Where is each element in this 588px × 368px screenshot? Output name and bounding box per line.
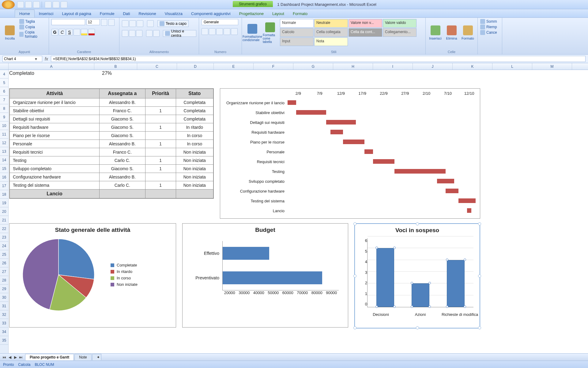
row-header-17[interactable]: 17: [0, 182, 8, 190]
budget-chart[interactable]: Budget EffettivoPreventivato200003000040…: [182, 223, 348, 328]
tab-layout[interactable]: Layout di pagina: [58, 10, 95, 17]
row-header-7[interactable]: 7: [0, 96, 8, 104]
column-header-G[interactable]: G: [293, 63, 333, 70]
style-calcolo[interactable]: Calcolo: [280, 28, 314, 37]
style-neutrale[interactable]: Neutrale: [314, 19, 348, 28]
border-button[interactable]: [74, 29, 80, 36]
row-header-22[interactable]: 22: [0, 224, 8, 233]
format-cells-button[interactable]: Formato: [461, 19, 475, 47]
autosum-button[interactable]: Somm: [480, 19, 497, 24]
style-nota[interactable]: Nota: [314, 37, 348, 46]
row-header-12[interactable]: 12: [0, 139, 8, 147]
row-header-27[interactable]: 27: [0, 267, 8, 276]
tab-dati[interactable]: Dati: [119, 10, 134, 17]
name-box[interactable]: ▾: [2, 56, 42, 62]
font-size-input[interactable]: [86, 19, 100, 25]
column-header-B[interactable]: B: [94, 63, 137, 70]
row-header-4[interactable]: 4: [0, 70, 8, 79]
fill-button[interactable]: Riemp: [480, 25, 497, 29]
style-normale[interactable]: Normale: [280, 19, 314, 28]
sheet-nav-last[interactable]: ⏭: [18, 355, 23, 359]
column-header-K[interactable]: K: [453, 63, 492, 70]
row-header-25[interactable]: 25: [0, 250, 8, 259]
name-box-input[interactable]: [3, 56, 33, 62]
tab-progettazione[interactable]: Progettazione: [235, 10, 268, 17]
qat-sum-icon[interactable]: [61, 1, 67, 8]
align-middle-button[interactable]: [129, 20, 136, 27]
cell-grid[interactable]: Completato 27% AttivitàAssegnata aPriori…: [9, 70, 588, 353]
increase-font-button[interactable]: [101, 19, 107, 26]
row-header-19[interactable]: 19: [0, 199, 8, 207]
column-header-I[interactable]: I: [373, 63, 413, 70]
row-header-29[interactable]: 29: [0, 285, 8, 293]
conditional-formatting-button[interactable]: Formattazione condizionale: [244, 19, 260, 47]
tab-formato[interactable]: Formato: [288, 10, 312, 17]
sheet-nav-first[interactable]: ⏮: [2, 355, 7, 359]
qat-save-icon[interactable]: [17, 1, 24, 8]
comma-button[interactable]: [216, 28, 223, 35]
insert-cells-button[interactable]: Inserisci: [428, 19, 443, 47]
format-painter-button[interactable]: Copia formato: [19, 30, 46, 39]
fx-button[interactable]: fx: [45, 56, 51, 61]
font-color-button[interactable]: [88, 29, 95, 36]
pie-chart[interactable]: Stato generale delle attività Completate…: [9, 223, 176, 328]
fill-color-button[interactable]: [81, 29, 88, 36]
tab-revisione[interactable]: Revisione: [134, 10, 160, 17]
align-bottom-button[interactable]: [137, 20, 143, 27]
voci-bar[interactable]: [376, 248, 394, 307]
orientation-button[interactable]: [147, 20, 154, 27]
sheet-nav-prev[interactable]: ◀: [7, 355, 12, 359]
decrease-font-button[interactable]: [108, 19, 115, 26]
row-header-34[interactable]: 34: [0, 328, 8, 336]
chevron-down-icon[interactable]: ▾: [33, 56, 38, 61]
gantt-chart[interactable]: 2/97/912/917/922/927/92/107/1012/10 Orga…: [220, 88, 480, 219]
tab-componenti[interactable]: Componenti aggiuntivi: [187, 10, 235, 17]
row-header-16[interactable]: 16: [0, 173, 8, 182]
voci-chart-selected[interactable]: Voci in sospeso 0123456 DecisioniAzioniR…: [354, 223, 480, 328]
column-header-L[interactable]: L: [492, 63, 532, 70]
style-collegamento[interactable]: Collegamento...: [383, 28, 417, 37]
select-all-corner[interactable]: [0, 63, 9, 70]
formula-input[interactable]: [51, 56, 586, 62]
percent-button[interactable]: [209, 28, 216, 35]
style-valore-valido[interactable]: Valore valido: [383, 19, 417, 28]
tab-inserisci[interactable]: Inserisci: [35, 10, 58, 17]
row-header-32[interactable]: 32: [0, 310, 8, 319]
row-header-10[interactable]: 10: [0, 121, 8, 130]
paste-button[interactable]: Incolla: [2, 19, 17, 47]
row-header-5[interactable]: 5: [0, 79, 8, 87]
qat-undo-icon[interactable]: [25, 1, 32, 8]
sheet-tab-new[interactable]: ✦: [92, 354, 101, 360]
column-header-H[interactable]: H: [333, 63, 373, 70]
style-valore-non-valido[interactable]: Valore non v...: [349, 19, 382, 28]
font-family-input[interactable]: [51, 19, 85, 25]
cut-button[interactable]: Taglia: [19, 19, 46, 24]
row-header-23[interactable]: 23: [0, 233, 8, 242]
tab-home[interactable]: Home: [15, 10, 35, 17]
qat-sort-icon[interactable]: [45, 1, 51, 8]
tab-layout-chart[interactable]: Layout: [268, 10, 288, 17]
row-header-33[interactable]: 33: [0, 319, 8, 328]
row-header-26[interactable]: 26: [0, 259, 8, 267]
column-header-C[interactable]: C: [137, 63, 177, 70]
column-header-J[interactable]: J: [413, 63, 453, 70]
column-header-F[interactable]: F: [254, 63, 293, 70]
increase-decimal-button[interactable]: [224, 28, 230, 35]
style-cella-controllare[interactable]: Cella da cont...: [349, 28, 382, 37]
office-button[interactable]: [2, 0, 15, 9]
increase-indent-button[interactable]: [153, 30, 160, 37]
row-header-35[interactable]: 35: [0, 336, 8, 345]
style-cella-collegata[interactable]: Cella collegata: [314, 28, 348, 37]
number-format-select[interactable]: Generale: [202, 19, 238, 25]
column-header-A[interactable]: A: [9, 63, 94, 70]
sheet-tab-note[interactable]: Note: [74, 354, 91, 360]
voci-bar[interactable]: [447, 260, 465, 307]
row-header-18[interactable]: 18: [0, 190, 8, 199]
merge-center-button[interactable]: Unisci e centra: [163, 30, 196, 37]
row-header-11[interactable]: 11: [0, 130, 8, 139]
currency-button[interactable]: [202, 28, 208, 35]
tab-visualizza[interactable]: Visualizza: [160, 10, 187, 17]
copy-button[interactable]: Copia: [19, 25, 46, 29]
row-header-31[interactable]: 31: [0, 302, 8, 310]
voci-bar[interactable]: [412, 283, 429, 307]
